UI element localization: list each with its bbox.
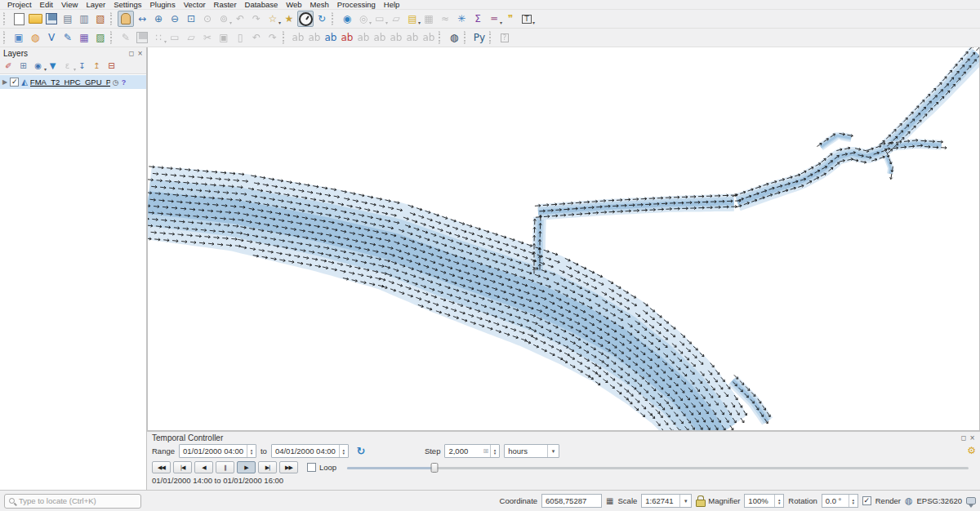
open-project-icon[interactable] [27,11,43,27]
float-panel-icon[interactable]: ◻ [961,434,967,442]
layer-visibility-checkbox[interactable] [10,78,19,87]
range-start-input[interactable]: 01/01/2000 04:00 [179,444,256,458]
lock-scale-icon[interactable] [696,495,704,506]
add-vector-layer-icon[interactable]: V [43,29,60,46]
menu-view[interactable]: View [57,0,82,10]
pan-map-icon[interactable] [118,11,134,27]
show-unplaced-labels-icon[interactable]: ab [339,29,355,46]
float-panel-icon[interactable]: ◻ [129,50,135,57]
map-canvas[interactable] [147,47,980,431]
measure-line-icon[interactable]: ═ [486,11,502,27]
spinner[interactable] [247,445,256,457]
add-group-icon[interactable]: ⊞ [16,60,30,72]
text-annotation-icon[interactable]: T [519,11,535,27]
show-layout-manager-icon[interactable]: ▥ [76,11,92,27]
menu-layer[interactable]: Layer [82,0,109,10]
play-backward-button[interactable]: ◀ [194,461,213,473]
spinner[interactable] [774,495,783,507]
python-console-icon[interactable]: Py [471,29,488,46]
add-raster-layer-icon[interactable]: ▨ [92,29,109,46]
menu-raster[interactable]: Raster [210,0,241,10]
paste-features-icon: ▯ [232,29,248,46]
zoom-full-icon[interactable]: ⊡ [183,11,199,27]
new-spatial-bookmark-icon[interactable]: ☆ [265,11,281,27]
new-print-layout-icon[interactable]: ▤ [60,11,76,27]
show-pinned-labels-icon[interactable]: ab [323,29,339,46]
collapse-all-icon[interactable]: ↥ [90,60,104,72]
refresh-map-icon[interactable]: ↻ [314,11,330,27]
menu-processing[interactable]: Processing [333,0,380,10]
menu-project[interactable]: Project [3,0,36,10]
loop-checkbox[interactable] [307,463,316,472]
expander-icon[interactable]: ▶ [2,78,7,86]
time-slider-track[interactable] [347,467,969,469]
close-panel-icon[interactable]: × [137,50,143,57]
zoom-in-icon[interactable]: ⊕ [150,11,167,27]
messages-icon[interactable] [966,497,976,504]
rotation-input[interactable]: 0.0 ° [822,494,858,508]
remove-layer-icon[interactable]: ⊟ [105,60,118,72]
layer-item[interactable]: ▶ ◭ FMA_T2_HPC_GPU_PU1_10 ◷ ? [0,75,146,89]
open-layer-styling-icon[interactable]: ✐ [2,60,16,72]
menu-database[interactable]: Database [241,0,283,10]
time-slider-handle[interactable] [430,463,438,473]
locator-search-input[interactable]: Type to locate (Ctrl+K) [4,494,141,509]
range-end-input[interactable]: 04/01/2000 04:00 [271,444,349,458]
spinner[interactable] [490,445,499,457]
crs-status[interactable]: EPSG:32620 [917,496,962,505]
new-shapefile-layer-icon[interactable]: ✎ [60,29,76,46]
scale-select[interactable]: 1:62741 [641,494,692,508]
show-spatial-bookmarks-icon[interactable]: ★ [281,11,297,27]
skip-to-start-button[interactable]: ◀◀ [152,461,171,473]
data-source-manager-icon[interactable]: ▣ [11,29,27,46]
next-frame-button[interactable]: ▶| [258,461,277,473]
layer-tree[interactable]: ▶ ◭ FMA_T2_HPC_GPU_PU1_10 ◷ ? [0,74,146,490]
temporal-controller-icon[interactable] [297,11,314,27]
menu-vector[interactable]: Vector [180,0,210,10]
magnifier-input[interactable]: 100% [744,494,784,508]
field-calculator-icon[interactable]: ✳ [453,11,470,27]
zoom-out-icon[interactable]: ⊖ [167,11,183,27]
menu-settings[interactable]: Settings [109,0,145,10]
menu-help[interactable]: Help [380,0,404,10]
step-override-icon[interactable]: ⊞ [481,447,490,455]
time-slider[interactable] [347,462,969,473]
range-label: Range [152,447,175,455]
temporal-settings-icon[interactable]: ⚙ [967,445,976,456]
new-project-icon[interactable] [11,11,27,27]
layer-name[interactable]: FMA_T2_HPC_GPU_PU1_10 [30,78,110,87]
spinner[interactable] [339,445,348,457]
map-tips-icon[interactable]: ❞ [502,11,519,27]
close-panel-icon[interactable]: × [969,434,975,442]
crs-globe-icon[interactable]: ◍ [905,495,913,506]
menu-mesh[interactable]: Mesh [306,0,333,10]
set-range-from-project-icon[interactable]: ↻ [353,445,369,457]
step-unit-select[interactable]: hours [504,444,559,458]
render-checkbox[interactable] [862,496,871,505]
select-by-form-icon[interactable]: ▤ [404,11,421,27]
style-manager-icon[interactable]: ▧ [92,11,109,27]
coordinate-input[interactable]: 6058,75287 [541,494,602,508]
notes-indicator-icon[interactable]: ? [122,78,127,87]
previous-frame-button[interactable]: |◀ [173,461,192,473]
menu-plugins[interactable]: Plugins [145,0,179,10]
add-mesh-layer-icon[interactable]: ▦ [76,29,92,46]
pause-button[interactable]: ‖ [216,461,234,473]
add-wms-layer-icon[interactable]: ◍ [27,29,43,46]
menu-web[interactable]: Web [282,0,305,10]
manage-map-themes-icon[interactable]: ◉ [31,60,45,72]
metasearch-icon[interactable]: ◍ [446,29,462,46]
menu-edit[interactable]: Edit [36,0,57,10]
save-project-icon[interactable] [43,11,60,27]
skip-to-end-button[interactable]: ▶▶ [279,461,298,473]
step-input[interactable]: 2,000 ⊞ [444,444,500,458]
spinner[interactable] [849,495,858,507]
extents-icon[interactable]: ▦ [606,496,613,505]
identify-features-icon[interactable]: ◉ [339,11,355,27]
statistical-summary-icon[interactable]: Σ [470,11,486,27]
filter-legend-icon[interactable]: ▼ [46,60,60,72]
temporal-indicator-icon[interactable]: ◷ [113,78,119,87]
play-forward-button[interactable]: ▶ [237,461,256,473]
pan-to-selection-icon[interactable]: ↔ [134,11,150,27]
expand-all-icon[interactable]: ↧ [75,60,89,72]
